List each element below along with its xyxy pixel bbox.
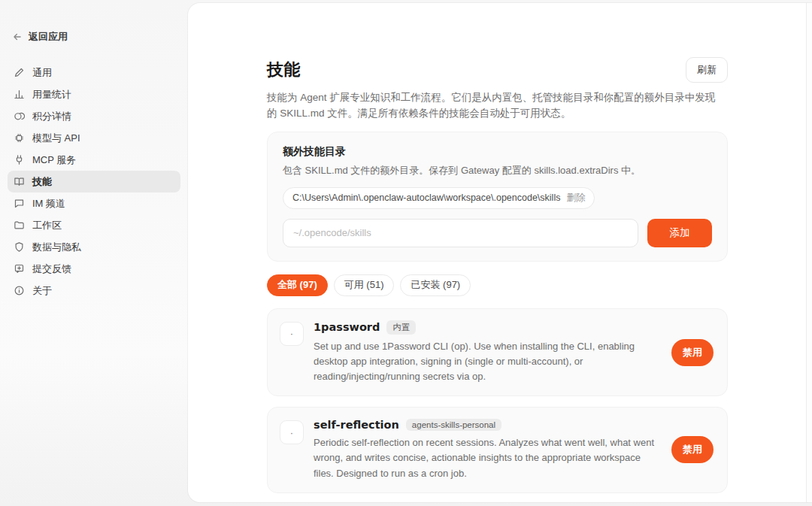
skill-name: 1password (314, 321, 380, 333)
back-to-app-button[interactable]: 返回应用 (12, 30, 177, 44)
sidebar-item-label: 技能 (32, 175, 52, 189)
sidebar-item-feedback[interactable]: 提交反馈 (8, 258, 180, 280)
extra-dirs-list: C:\Users\Admin\.openclaw-autoclaw\worksp… (283, 187, 712, 209)
sidebar-item-about[interactable]: 关于 (8, 280, 180, 301)
coins-icon (14, 111, 25, 122)
sidebar-item-privacy[interactable]: 数据与隐私 (8, 236, 180, 258)
scrollbar[interactable] (806, 3, 812, 502)
page-description: 技能为 Agent 扩展专业知识和工作流程。它们是从内置包、托管技能目录和你配置… (267, 90, 724, 122)
add-dir-button[interactable]: 添加 (647, 219, 712, 247)
sidebar-item-label: 通用 (32, 66, 52, 80)
refresh-button[interactable]: 刷新 (686, 57, 728, 83)
settings-window: 返回应用 通用 用量统计 积分详情 模型与 API MCP 服务 (0, 0, 812, 506)
sidebar-menu: 通用 用量统计 积分详情 模型与 API MCP 服务 技能 (0, 62, 188, 301)
sidebar-item-credits[interactable]: 积分详情 (8, 105, 180, 127)
sidebar-item-label: 工作区 (32, 219, 62, 232)
info-icon (14, 285, 25, 296)
sidebar-item-label: 模型与 API (32, 132, 80, 145)
dir-chip: C:\Users\Admin\.openclaw-autoclaw\worksp… (283, 187, 595, 209)
filter-tabs: 全部 (97)可用 (51)已安装 (97) (267, 274, 728, 296)
book-icon (14, 176, 25, 187)
filter-tab-available[interactable]: 可用 (51) (334, 274, 395, 296)
sidebar-item-label: 提交反馈 (32, 262, 71, 276)
sidebar-item-label: 关于 (32, 284, 52, 298)
filter-tab-installed[interactable]: 已安装 (97) (400, 274, 471, 296)
skill-list: · 1password 内置 Set up and use 1Password … (267, 308, 728, 502)
page-title: 技能 (267, 59, 301, 81)
skill-name: self-reflection (314, 419, 399, 431)
sidebar-item-usage[interactable]: 用量统计 (8, 83, 180, 105)
sidebar-item-im-channels[interactable]: IM 频道 (8, 192, 180, 214)
sidebar-item-label: 用量统计 (32, 88, 71, 102)
dir-input[interactable] (283, 219, 638, 247)
chip-icon (14, 132, 25, 144)
skill-source-badge: agents-skills-personal (406, 419, 501, 431)
sidebar-item-label: 数据与隐私 (32, 241, 81, 254)
feedback-icon (14, 263, 25, 274)
delete-dir-button[interactable]: 删除 (566, 192, 585, 205)
chat-icon (14, 198, 25, 209)
skill-description: Periodic self-reflection on recent sessi… (314, 435, 657, 480)
skill-avatar: · (280, 420, 304, 444)
shield-icon (14, 241, 25, 253)
extra-dirs-description: 包含 SKILL.md 文件的额外目录。保存到 Gateway 配置的 skil… (283, 164, 712, 177)
disable-skill-button[interactable]: 禁用 (671, 339, 714, 366)
back-button-label: 返回应用 (29, 30, 68, 44)
skill-card: · 1password 内置 Set up and use 1Password … (267, 308, 728, 396)
sidebar-item-label: IM 频道 (32, 197, 65, 211)
disable-skill-button[interactable]: 禁用 (671, 436, 714, 463)
sidebar-item-skills[interactable]: 技能 (8, 171, 180, 192)
sidebar: 返回应用 通用 用量统计 积分详情 模型与 API MCP 服务 (0, 0, 188, 506)
extra-dirs-card: 额外技能目录 包含 SKILL.md 文件的额外目录。保存到 Gateway 配… (267, 132, 728, 262)
sidebar-item-label: 积分详情 (32, 110, 71, 123)
filter-tab-all[interactable]: 全部 (97) (267, 274, 328, 296)
dir-path: C:\Users\Admin\.openclaw-autoclaw\worksp… (292, 192, 560, 203)
folder-icon (14, 220, 25, 231)
extra-dirs-title: 额外技能目录 (283, 145, 712, 159)
sidebar-item-models-api[interactable]: 模型与 API (8, 127, 180, 149)
bar-chart-icon (14, 89, 25, 100)
plug-icon (14, 154, 25, 165)
sidebar-item-mcp[interactable]: MCP 服务 (8, 149, 180, 171)
main-panel: 技能 刷新 技能为 Agent 扩展专业知识和工作流程。它们是从内置包、托管技能… (188, 3, 812, 502)
back-arrow-icon (12, 32, 23, 42)
skill-description: Set up and use 1Password CLI (op). Use w… (314, 339, 657, 384)
sidebar-item-general[interactable]: 通用 (8, 62, 180, 83)
sidebar-item-label: MCP 服务 (32, 153, 76, 167)
skill-source-badge: 内置 (386, 320, 416, 335)
skill-card: · self-reflection agents-skills-personal… (267, 407, 728, 492)
skill-avatar: · (280, 322, 304, 346)
sidebar-item-workspace[interactable]: 工作区 (8, 214, 180, 236)
pencil-icon (14, 67, 25, 78)
